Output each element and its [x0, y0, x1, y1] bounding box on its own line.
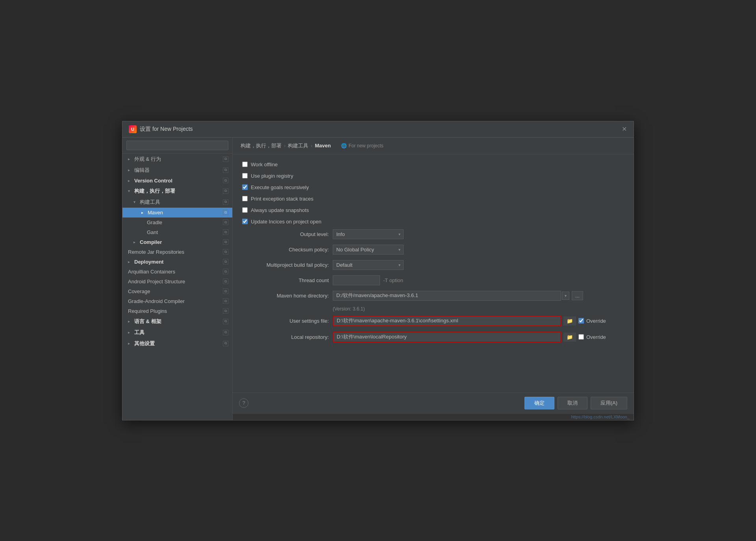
sidebar-item-android-project[interactable]: Android Project Structure ⧉: [122, 277, 232, 286]
arrow-icon: [128, 260, 132, 264]
user-settings-browse-button[interactable]: 📁: [563, 316, 576, 325]
update-indices-label: Update Incices on project open: [251, 219, 321, 225]
output-level-select[interactable]: Info Debug Error Warning: [333, 229, 404, 239]
copy-icon: ⧉: [223, 199, 228, 205]
sidebar-item-build-tools[interactable]: 构建工具 ⧉: [122, 197, 232, 208]
copy-icon: ⧉: [223, 229, 228, 235]
copy-icon: ⧉: [223, 249, 228, 255]
sidebar-item-coverage[interactable]: Coverage ⧉: [122, 286, 232, 296]
output-level-row: Output level: Info Debug Error Warning ▾: [242, 229, 624, 239]
maven-home-browse-button[interactable]: ...: [572, 291, 583, 300]
copy-icon: ⧉: [223, 288, 228, 294]
t-option-label: -T option: [383, 277, 403, 283]
sidebar-item-other-settings[interactable]: 其他设置 ⧉: [122, 338, 232, 349]
user-settings-label: User settings file:: [242, 318, 329, 324]
bottom-actions: 确定 取消 应用(A): [524, 397, 627, 409]
sidebar-item-appearance[interactable]: 外观 & 行为 ⧉: [122, 154, 232, 165]
use-plugin-registry-checkbox[interactable]: [242, 173, 248, 178]
world-icon: 🌐: [341, 143, 347, 149]
close-button[interactable]: ✕: [621, 126, 627, 132]
print-exception-checkbox[interactable]: [242, 196, 248, 201]
breadcrumb-current: Maven: [315, 143, 331, 149]
multiproject-fail-select[interactable]: Default AT_END NEVER: [333, 260, 404, 270]
sidebar-item-remote-jar[interactable]: Remote Jar Repositories ⧉: [122, 247, 232, 257]
sidebar-item-arquillian[interactable]: Arquillian Containers ⧉: [122, 267, 232, 277]
for-new-projects-label: For new projects: [348, 143, 384, 149]
copy-icon: ⧉: [223, 279, 228, 284]
multiproject-fail-select-wrapper: Default AT_END NEVER ▾: [333, 260, 404, 270]
user-settings-override-checkbox[interactable]: [578, 318, 584, 323]
local-repo-browse-button[interactable]: 📁: [563, 333, 576, 342]
sidebar-item-maven[interactable]: Maven ⧉: [122, 208, 232, 218]
copy-icon: ⧉: [223, 210, 228, 215]
sidebar-label: Required Plugins: [128, 308, 167, 314]
checksum-policy-select[interactable]: No Global Policy Warn Fail Ignore: [333, 245, 404, 255]
sidebar: 外观 & 行为 ⧉ 编辑器 ⧉ Version Control ⧉ 构建，执行，…: [122, 138, 233, 420]
sidebar-item-editor[interactable]: 编辑器 ⧉: [122, 165, 232, 176]
execute-goals-label: Execute goals recursively: [251, 184, 309, 190]
sidebar-label: 构建，执行，部署: [134, 188, 175, 195]
arrow-icon: [128, 157, 132, 161]
sidebar-label: Android Project Structure: [128, 279, 185, 284]
search-input[interactable]: [126, 141, 228, 150]
local-repo-override-check: Override: [578, 334, 606, 340]
user-settings-override-check: Override: [578, 318, 606, 324]
bottom-bar: ? 确定 取消 应用(A): [233, 392, 634, 413]
sidebar-item-version-control[interactable]: Version Control ⧉: [122, 176, 232, 186]
update-indices-checkbox[interactable]: [242, 219, 248, 224]
sidebar-label: Gradle-Android Compiler: [128, 298, 185, 304]
work-offline-checkbox[interactable]: [242, 162, 248, 167]
sidebar-item-gradle-android[interactable]: Gradle-Android Compiler ⧉: [122, 296, 232, 306]
sidebar-item-tools[interactable]: 工具 ⧉: [122, 327, 232, 338]
maven-home-label: Maven home directory:: [242, 293, 329, 299]
sidebar-item-lang-framework[interactable]: 语言 & 框架 ⧉: [122, 316, 232, 327]
copy-icon: ⧉: [223, 156, 228, 162]
sidebar-item-compiler[interactable]: Compiler ⧉: [122, 237, 232, 247]
sidebar-label: Arquillian Containers: [128, 269, 175, 275]
local-repo-input[interactable]: [333, 332, 561, 342]
multiproject-fail-label: Multiproject build fail policy:: [242, 262, 329, 268]
copy-icon: ⧉: [223, 167, 228, 173]
arrow-icon: [128, 168, 132, 172]
sidebar-item-required-plugins[interactable]: Required Plugins ⧉: [122, 306, 232, 316]
maven-version-text: (Version: 3.6.1): [333, 306, 624, 312]
breadcrumb-part1: 构建，执行，部署: [241, 142, 282, 149]
arrow-icon: [133, 200, 137, 204]
local-repo-override-checkbox[interactable]: [578, 334, 584, 340]
execute-goals-checkbox[interactable]: [242, 184, 248, 190]
output-level-select-wrapper: Info Debug Error Warning ▾: [333, 229, 404, 239]
copy-icon: ⧉: [223, 330, 228, 335]
ok-button[interactable]: 确定: [524, 397, 554, 409]
sidebar-label: Coverage: [128, 288, 150, 294]
apply-button[interactable]: 应用(A): [591, 397, 627, 409]
sidebar-item-gradle[interactable]: Gradle ⧉: [122, 218, 232, 227]
sidebar-item-gant[interactable]: Gant ⧉: [122, 227, 232, 237]
sidebar-label: 工具: [134, 329, 145, 336]
thread-count-label: Thread count: [242, 277, 329, 283]
sidebar-label: Gant: [147, 229, 158, 235]
sidebar-label: Maven: [148, 210, 163, 216]
sidebar-label: 外观 & 行为: [134, 156, 161, 163]
local-repo-label: Local repository:: [242, 334, 329, 340]
copy-icon: ⧉: [223, 308, 228, 314]
title-bar: U 设置 for New Projects ✕: [122, 121, 634, 138]
print-exception-row: Print exception stack traces: [242, 195, 624, 203]
sidebar-label: Gradle: [147, 219, 162, 225]
copy-icon: ⧉: [223, 341, 228, 346]
output-level-label: Output level:: [242, 231, 329, 237]
help-button[interactable]: ?: [239, 398, 248, 408]
user-settings-input[interactable]: [333, 316, 561, 326]
sidebar-item-build-exec-deploy[interactable]: 构建，执行，部署 ⧉: [122, 186, 232, 197]
thread-count-input[interactable]: [333, 275, 380, 285]
maven-home-input[interactable]: [333, 291, 561, 301]
cancel-button[interactable]: 取消: [558, 397, 587, 409]
arrow-icon: [128, 341, 132, 346]
sidebar-label: 其他设置: [134, 340, 155, 347]
always-update-checkbox[interactable]: [242, 207, 248, 213]
checksum-policy-select-wrapper: No Global Policy Warn Fail Ignore ▾: [333, 245, 404, 255]
dialog-title: 设置 for New Projects: [140, 126, 193, 133]
arrow-icon: [128, 319, 132, 323]
sidebar-item-deployment[interactable]: Deployment ⧉: [122, 257, 232, 267]
sidebar-label: 语言 & 框架: [134, 318, 161, 325]
user-settings-row: User settings file: 📁 Override: [242, 316, 624, 326]
